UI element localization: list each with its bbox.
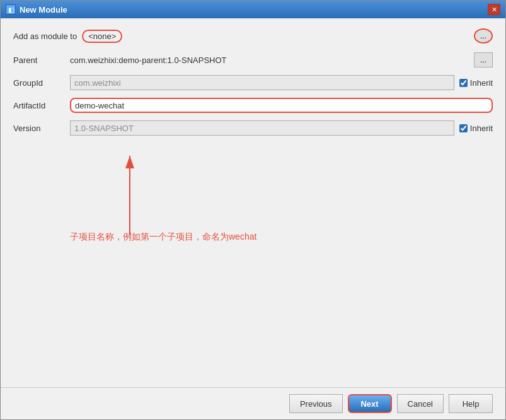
window-title: New Module — [20, 5, 67, 15]
version-label: Version — [13, 124, 70, 133]
title-bar-left: ◧ New Module — [6, 4, 67, 15]
parent-label: Parent — [13, 55, 70, 65]
help-button[interactable]: Help — [449, 394, 493, 413]
add-as-module-row: Add as module to <none> ... — [13, 28, 493, 44]
group-id-input[interactable] — [70, 75, 454, 90]
arrow-svg — [13, 149, 492, 276]
previous-button[interactable]: Previous — [289, 394, 343, 413]
add-as-module-label: Add as module to — [13, 32, 77, 41]
artifact-id-label: ArtifactId — [13, 101, 70, 110]
new-module-window: ◧ New Module ✕ Add as module to <none> .… — [0, 0, 506, 420]
group-id-inherit-text: Inherit — [470, 78, 493, 88]
dialog-footer: Previous Next Cancel Help — [1, 387, 505, 419]
group-id-row: GroupId Inherit — [13, 75, 493, 90]
annotation-label: 子项目名称，例如第一个子项目，命名为wechat — [70, 231, 256, 242]
version-row: Version Inherit — [13, 120, 493, 136]
window-icon: ◧ — [6, 4, 16, 15]
version-inherit-label: Inherit — [459, 124, 493, 133]
parent-ellipsis-button[interactable]: ... — [474, 52, 493, 67]
annotation-area: 子项目名称，例如第一个子项目，命名为wechat — [13, 149, 492, 263]
next-button[interactable]: Next — [348, 394, 392, 413]
version-input[interactable] — [70, 120, 454, 136]
dialog-content: Add as module to <none> ... Parent com.w… — [1, 18, 505, 387]
group-id-inherit-label: Inherit — [459, 78, 493, 88]
title-bar: ◧ New Module ✕ — [1, 1, 505, 18]
group-id-inherit-checkbox[interactable] — [459, 79, 468, 87]
parent-row: Parent com.weizhixi:demo-parent:1.0-SNAP… — [13, 52, 493, 67]
add-as-module-left: Add as module to <none> — [13, 30, 122, 43]
module-ellipsis-button[interactable]: ... — [474, 28, 493, 44]
version-inherit-text: Inherit — [470, 124, 493, 133]
close-button[interactable]: ✕ — [488, 4, 500, 15]
group-id-label: GroupId — [13, 78, 70, 88]
artifact-id-row: ArtifactId — [13, 98, 493, 113]
parent-value: com.weizhixi:demo-parent:1.0-SNAPSHOT — [70, 55, 474, 65]
cancel-button[interactable]: Cancel — [397, 394, 444, 413]
module-tag[interactable]: <none> — [82, 30, 122, 43]
version-inherit-checkbox[interactable] — [459, 124, 468, 132]
title-controls: ✕ — [488, 4, 500, 15]
artifact-id-input[interactable] — [70, 98, 493, 113]
